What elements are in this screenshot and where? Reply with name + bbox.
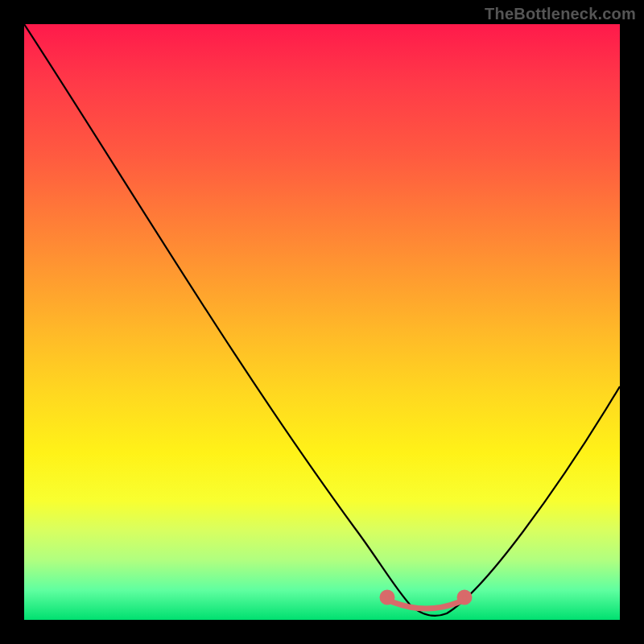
bottleneck-curve <box>24 24 620 616</box>
plot-area <box>24 24 620 620</box>
svg-point-1 <box>460 592 469 602</box>
chart-frame: TheBottleneck.com <box>0 0 644 644</box>
watermark-text: TheBottleneck.com <box>485 5 636 23</box>
plot-svg <box>24 24 620 620</box>
